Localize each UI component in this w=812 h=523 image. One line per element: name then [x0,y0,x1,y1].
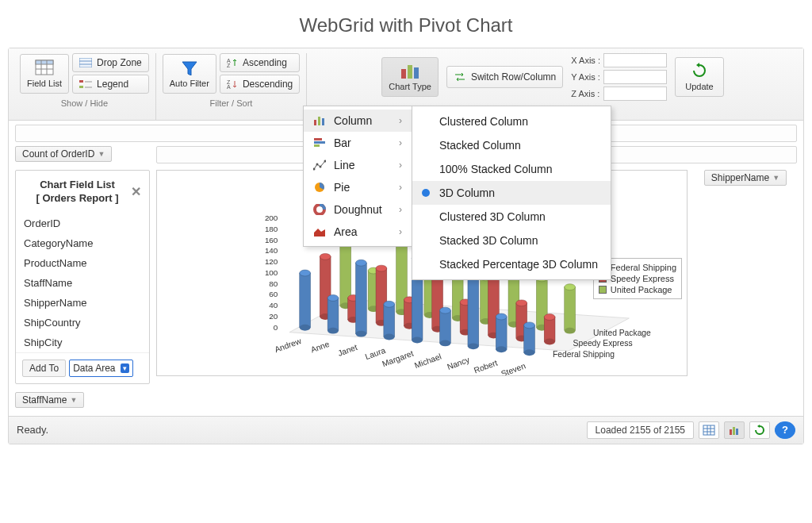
auto-filter-button[interactable]: Auto Filter [163,54,216,94]
field-item[interactable]: CategoryName [16,233,149,253]
svg-text:Andrew: Andrew [274,336,303,354]
svg-rect-142 [733,427,735,435]
svg-point-116 [468,343,479,349]
svg-point-78 [376,265,387,271]
svg-rect-67 [565,287,576,331]
legend-row: United Package [599,284,676,295]
svg-text:80: 80 [269,279,278,288]
svg-rect-141 [730,429,732,435]
chart-type-menu-item[interactable]: Area› [304,221,412,243]
yaxis-input[interactable] [603,70,667,84]
svg-point-101 [327,328,339,334]
svg-text:Anne: Anne [309,340,331,355]
bar-chart-icon [728,425,741,436]
svg-text:180: 180 [265,225,278,233]
descending-button[interactable]: ZA Descending [220,75,300,94]
svg-rect-1 [36,60,53,64]
field-item[interactable]: ShipperName [16,293,149,313]
svg-rect-24 [314,144,320,147]
xaxis-input[interactable] [603,53,667,67]
help-icon: ? [782,424,788,436]
drop-zone-label: Drop Zone [97,57,142,68]
help-button[interactable]: ? [775,421,795,439]
svg-text:Michael: Michael [413,352,442,370]
ascending-button[interactable]: AZ Ascending [220,53,300,72]
ribbon-caption-filtersort: Filter / Sort [210,94,253,111]
svg-rect-100 [327,298,339,330]
add-to-button[interactable]: Add To [22,360,66,377]
chart-type-menu[interactable]: Column›Bar›Line›Pie›Doughnut›Area› [303,106,412,247]
legend-label: Legend [97,79,128,90]
chart-subtype-menu-item[interactable]: Stacked Percentage 3D Column [412,252,611,276]
grid-icon [703,425,715,436]
svg-rect-22 [314,138,322,140]
chart-subtype-menu-item[interactable]: Stacked 3D Column [412,229,611,252]
sort-desc-icon: ZA [227,79,238,89]
data-area-chip[interactable]: Count of OrderID ▼ [15,146,112,162]
svg-rect-103 [356,263,367,333]
chart-subtype-menu-item[interactable]: Clustered Column [412,110,611,133]
svg-point-102 [327,295,339,302]
area-select[interactable]: Data Area ▾ [69,360,132,377]
svg-text:Robert: Robert [473,358,499,375]
svg-point-107 [384,334,395,340]
chevron-down-icon: ▼ [70,396,77,404]
drop-zone-button[interactable]: Drop Zone [72,53,149,72]
update-button[interactable]: Update [675,57,724,97]
chart-subtype-menu-item[interactable]: Stacked Column [412,133,611,157]
svg-text:Nancy: Nancy [446,355,471,371]
svg-text:Margaret: Margaret [381,349,415,368]
zaxis-label: Z Axis : [571,89,600,98]
descending-label: Descending [243,79,293,90]
chart-view-button[interactable] [724,421,745,439]
app-frame: Field List Drop Zone Legend Show / Hide [8,48,804,444]
svg-point-123 [524,322,535,329]
legend-button[interactable]: Legend [72,75,149,94]
chart-subtype-menu-item[interactable]: 3D Column [412,181,611,205]
svg-point-104 [356,331,367,337]
field-item[interactable]: StaffName [16,273,149,293]
sort-asc-icon: AZ [227,58,238,67]
field-item[interactable]: OrderID [16,213,149,233]
svg-rect-20 [318,117,320,125]
svg-rect-19 [314,120,316,125]
svg-text:40: 40 [269,301,278,310]
field-list-button[interactable]: Field List [20,54,69,94]
ribbon-group-showhide: Field List Drop Zone Legend Show / Hide [13,53,156,120]
svg-rect-5 [79,58,92,67]
chart-type-menu-item[interactable]: Pie› [304,176,412,198]
refresh-button[interactable] [749,421,770,439]
field-item[interactable]: ProductName [16,253,149,273]
svg-point-99 [300,270,311,276]
chart-subtype-menu[interactable]: Clustered ColumnStacked Column100% Stack… [412,106,611,280]
chart-type-menu-item[interactable]: Bar› [304,132,412,154]
chart-type-menu-item[interactable]: Column› [304,110,412,132]
field-item[interactable]: ShipCountry [16,313,149,333]
chart-type-menu-item[interactable]: Doughnut› [304,198,412,221]
chart-type-menu-item[interactable]: Line› [304,154,412,176]
chart-type-button[interactable]: Chart Type [381,57,439,97]
svg-rect-9 [79,86,83,88]
axis-inputs: X Axis : Y Axis : Z Axis : [571,53,667,101]
close-icon[interactable]: ✕ [131,184,141,199]
data-chip-label: Count of OrderID [22,148,94,160]
svg-point-113 [440,340,451,346]
switch-row-column-button[interactable]: Switch Row/Column [446,66,563,88]
chart-subtype-menu-item[interactable]: 100% Stacked Column [412,157,611,181]
grid-view-button[interactable] [699,421,719,439]
svg-rect-106 [384,304,395,336]
row-axis-chip[interactable]: StaffName ▼ [15,392,84,408]
chart-subtype-menu-item[interactable]: Clustered 3D Column [412,205,611,229]
svg-rect-94 [544,317,555,342]
field-item[interactable]: ShipCity [16,333,149,352]
svg-text:20: 20 [269,312,278,321]
ribbon-caption-showhide: Show / Hide [61,94,108,111]
zaxis-input[interactable] [603,87,667,101]
drop-zone-icon [79,58,92,67]
column-axis-chip[interactable]: ShipperName ▼ [704,170,787,186]
svg-rect-143 [736,429,738,435]
field-list-title: Chart Field List [24,179,131,192]
chevron-down-icon: ▼ [98,150,105,158]
svg-rect-118 [496,317,507,349]
svg-rect-16 [401,69,406,79]
